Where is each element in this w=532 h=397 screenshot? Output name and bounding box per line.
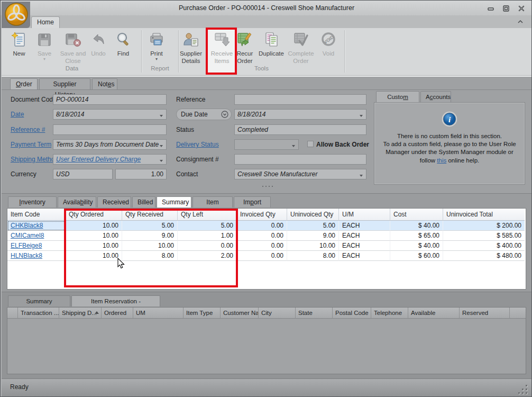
new-button-label: New: [7, 50, 31, 58]
header-um[interactable]: U/M: [339, 209, 390, 221]
invoiced-qty-cell[interactable]: 0.00: [237, 221, 287, 231]
cost-cell[interactable]: $ 40.00: [390, 221, 443, 231]
title-bar[interactable]: Purchase Order - PO-000014 - Creswell Sh…: [1, 1, 532, 15]
tab-custom-fields[interactable]: Custom Fields: [376, 91, 419, 103]
payment-term-field[interactable]: Terms 30 Days from Document Date: [53, 139, 167, 150]
dropdown-arrow-icon[interactable]: [157, 155, 166, 164]
print-dropdown-arrow-icon[interactable]: ▾: [143, 58, 170, 61]
um-cell[interactable]: EACH: [339, 231, 390, 241]
uninvoiced-total-cell[interactable]: $ 585.00: [443, 231, 525, 241]
item-code-cell[interactable]: CMICamel8: [7, 231, 66, 241]
item-code-cell[interactable]: CHKBlack8: [7, 221, 66, 231]
uninvoiced-total-cell[interactable]: $ 400.00: [443, 241, 525, 251]
uninvoiced-qty-cell[interactable]: 5.00: [287, 221, 339, 231]
dropdown-arrow-icon[interactable]: [357, 110, 365, 119]
tab-supplier-history[interactable]: Supplier History: [39, 78, 90, 89]
minimize-button[interactable]: [485, 5, 497, 12]
date-label-link[interactable]: Date: [11, 109, 24, 120]
reference-no-label-link[interactable]: Reference #: [11, 124, 45, 135]
dropdown-arrow-icon[interactable]: [157, 110, 166, 119]
header-invoiced-qty[interactable]: Invoiced Qty: [237, 209, 287, 221]
tab-summary[interactable]: Summary: [157, 196, 191, 207]
consignment-field[interactable]: [234, 154, 366, 165]
resize-grip[interactable]: [516, 383, 527, 394]
document-code-field[interactable]: PO-000014: [53, 94, 167, 105]
item-code-cell[interactable]: ELFBeige8: [7, 241, 66, 251]
shipping-method-value-link[interactable]: User Entered Delivery Charge: [56, 156, 141, 163]
header-transaction[interactable]: Transaction ...: [18, 308, 59, 319]
header-item-type[interactable]: Item Type: [184, 308, 221, 319]
header-postal-code[interactable]: Postal Code: [333, 308, 371, 319]
shipping-method-label-link[interactable]: Shipping Method: [11, 154, 58, 165]
this-link[interactable]: this: [437, 157, 446, 164]
header-state[interactable]: State: [296, 308, 333, 319]
status-field[interactable]: Completed: [234, 124, 366, 135]
receive-items-button[interactable]: Receive Items: [207, 30, 237, 72]
reference-no-field[interactable]: [53, 124, 167, 135]
cost-cell[interactable]: $ 60.00: [390, 251, 443, 261]
circle-dropdown-icon[interactable]: [221, 111, 228, 118]
uninvoiced-qty-cell[interactable]: 10.00: [287, 241, 339, 251]
invoiced-qty-cell[interactable]: 0.00: [237, 251, 287, 261]
header-customer-name[interactable]: Customer Na...: [221, 308, 259, 319]
due-date-button[interactable]: Due Date: [176, 109, 232, 120]
header-reserved[interactable]: Reserved: [460, 308, 510, 319]
item-code-cell[interactable]: HLNBlack8: [7, 251, 66, 261]
header-telephone[interactable]: Telephone: [371, 308, 408, 319]
collapse-ribbon-button[interactable]: [517, 17, 526, 26]
tab-availability[interactable]: Availability: [58, 196, 96, 207]
shipping-method-field[interactable]: User Entered Delivery Charge: [53, 154, 167, 165]
tab-item-history[interactable]: Item History: [192, 196, 233, 207]
tab-summary-information[interactable]: Summary Information: [8, 295, 70, 306]
header-shipping-date[interactable]: Shipping D...: [59, 308, 102, 319]
tab-received[interactable]: Received: [97, 196, 131, 207]
header-city[interactable]: City: [259, 308, 296, 319]
um-cell[interactable]: EACH: [339, 251, 390, 261]
tab-inventory-item[interactable]: Inventory Item: [8, 196, 57, 207]
delivery-status-label-link[interactable]: Delivery Status: [176, 139, 219, 150]
date-field[interactable]: 8/18/2014: [53, 109, 167, 120]
cost-cell[interactable]: $ 65.00: [390, 231, 443, 241]
supplier-details-button-label: Supplier Details: [175, 50, 207, 65]
splitter-handle[interactable]: [261, 186, 274, 188]
uninvoiced-total-cell[interactable]: $ 200.00: [443, 221, 525, 231]
close-button[interactable]: [516, 5, 527, 12]
reservation-panel: Summary Information Item Reservation - '…: [2, 292, 531, 378]
um-cell[interactable]: EACH: [339, 221, 390, 231]
header-uninvoiced-qty[interactable]: Uninvoiced Qty: [287, 209, 339, 221]
um-cell[interactable]: EACH: [339, 241, 390, 251]
contact-field[interactable]: Creswell Shoe Manufacturer: [234, 169, 366, 179]
currency-rate-field[interactable]: 1.00: [115, 169, 167, 179]
invoiced-qty-cell[interactable]: 0.00: [237, 241, 287, 251]
tab-billed[interactable]: Billed: [132, 196, 155, 207]
reference-field[interactable]: [234, 94, 366, 105]
currency-code-field[interactable]: USD: [53, 169, 113, 179]
header-um[interactable]: UM: [133, 308, 184, 319]
header-ordered[interactable]: Ordered: [102, 308, 133, 319]
allow-back-order-checkbox[interactable]: [307, 141, 314, 147]
header-available[interactable]: Available: [408, 308, 460, 319]
invoiced-qty-cell[interactable]: 0.00: [237, 231, 287, 241]
tab-import-info[interactable]: Import Info: [234, 196, 271, 207]
cost-cell[interactable]: $ 40.00: [390, 241, 443, 251]
due-date-field[interactable]: 8/18/2014: [234, 109, 366, 120]
dropdown-arrow-icon[interactable]: [157, 140, 166, 149]
header-cost[interactable]: Cost: [390, 209, 443, 221]
restore-button[interactable]: [500, 5, 512, 12]
delivery-status-field[interactable]: [234, 139, 299, 150]
header-uninvoiced-total[interactable]: Uninvoiced Total: [443, 209, 525, 221]
tab-home[interactable]: Home: [31, 16, 60, 28]
tab-order[interactable]: Order: [10, 78, 38, 89]
dropdown-arrow-icon[interactable]: [357, 170, 365, 178]
header-item-code[interactable]: Item Code: [7, 209, 66, 221]
uninvoiced-total-cell[interactable]: $ 480.00: [443, 251, 525, 261]
save-dropdown-arrow-icon[interactable]: ▾: [32, 58, 57, 61]
tab-accounts[interactable]: Accounts: [420, 91, 451, 103]
tab-notes[interactable]: Notes: [92, 78, 117, 89]
tab-item-reservation[interactable]: Item Reservation - 'CHKBlack8': [71, 295, 160, 306]
uninvoiced-qty-cell[interactable]: 9.00: [287, 231, 339, 241]
payment-term-label-link[interactable]: Payment Term: [11, 139, 51, 150]
uninvoiced-qty-cell[interactable]: 8.00: [287, 251, 339, 261]
app-logo-icon[interactable]: [4, 2, 29, 26]
find-icon: [111, 30, 135, 50]
